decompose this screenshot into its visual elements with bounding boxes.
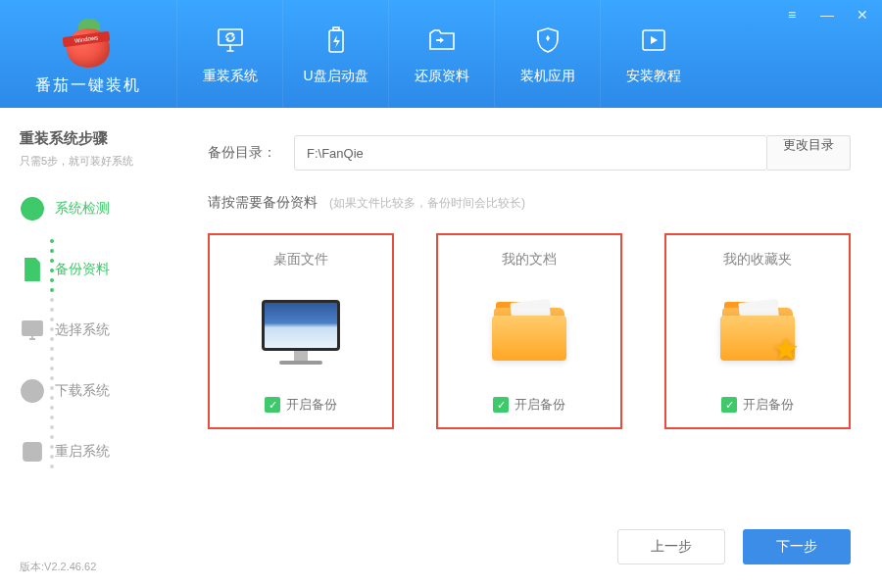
folder-star-graphic <box>720 269 795 396</box>
card-desktop-files[interactable]: 桌面文件 ✓ 开启备份 <box>208 233 394 429</box>
folder-back-icon <box>424 23 460 58</box>
restart-icon <box>20 439 45 465</box>
brand-title: 番茄一键装机 <box>35 75 141 96</box>
close-icon[interactable]: ✕ <box>851 6 874 24</box>
nav-label: 安装教程 <box>626 68 681 85</box>
backup-toggle[interactable]: ✓ 开启备份 <box>265 396 337 414</box>
checkbox-checked-icon: ✓ <box>721 397 737 413</box>
card-title: 桌面文件 <box>273 251 328 269</box>
prompt-hint: (如果文件比较多，备份时间会比较长) <box>329 196 525 210</box>
backup-path-input[interactable]: F:\FanQie <box>294 135 767 171</box>
nav-label: 装机应用 <box>520 68 575 85</box>
sidebar-subtitle: 只需5步，就可装好系统 <box>20 154 161 169</box>
nav-label: 重装系统 <box>203 68 258 85</box>
monitor-icon <box>20 318 45 343</box>
nav-restore[interactable]: 还原资料 <box>388 0 494 108</box>
body: 重装系统步骤 只需5步，就可装好系统 系统检测 <box>0 108 882 588</box>
nav-reinstall[interactable]: 重装系统 <box>176 0 282 108</box>
step-label: 选择系统 <box>55 321 110 339</box>
step-label: 重启系统 <box>55 443 110 461</box>
app-window: Windows 番茄一键装机 重装系统 U盘启动盘 还原资料 <box>0 0 882 588</box>
main-content: 备份目录： F:\FanQie 更改目录 请按需要备份资料 (如果文件比较多，备… <box>176 108 882 588</box>
prev-button[interactable]: 上一步 <box>617 529 725 564</box>
next-button[interactable]: 下一步 <box>743 529 851 564</box>
backup-cards: 桌面文件 ✓ 开启备份 我的文档 <box>208 233 851 429</box>
check-label: 开启备份 <box>286 396 337 414</box>
backup-toggle[interactable]: ✓ 开启备份 <box>721 396 794 414</box>
nav-usb-boot[interactable]: U盘启动盘 <box>282 0 388 108</box>
download-icon <box>20 378 45 404</box>
version-label: 版本:V2.2.46.62 <box>20 560 96 574</box>
step-backup[interactable]: 备份资料 <box>20 255 161 284</box>
step-label: 下载系统 <box>55 382 110 400</box>
header: Windows 番茄一键装机 重装系统 U盘启动盘 还原资料 <box>0 0 882 108</box>
steps-list: 系统检测 备份资料 选择系统 <box>20 194 161 466</box>
card-title: 我的收藏夹 <box>723 251 792 269</box>
nav-apps[interactable]: 装机应用 <box>494 0 600 108</box>
folder-graphic <box>492 269 566 396</box>
step-label: 系统检测 <box>55 200 110 218</box>
checkbox-checked-icon: ✓ <box>493 397 509 413</box>
backup-prompt: 请按需要备份资料 (如果文件比较多，备份时间会比较长) <box>208 194 851 212</box>
nav-label: 还原资料 <box>415 68 469 85</box>
menu-icon[interactable]: ≡ <box>780 6 804 24</box>
nav-tutorial[interactable]: 安装教程 <box>600 0 706 108</box>
svg-rect-2 <box>333 27 339 30</box>
card-favorites[interactable]: 我的收藏夹 ✓ 开启备份 <box>664 233 851 429</box>
card-my-documents[interactable]: 我的文档 ✓ 开启备份 <box>436 233 622 429</box>
backup-path-label: 备份目录： <box>208 144 276 162</box>
tomato-logo: Windows <box>65 21 112 68</box>
monitor-graphic <box>262 269 340 396</box>
sidebar-title: 重装系统步骤 <box>20 129 161 148</box>
nav-label: U盘启动盘 <box>303 68 368 85</box>
check-label: 开启备份 <box>514 396 565 414</box>
step-system-check[interactable]: 系统检测 <box>20 194 161 223</box>
step-label: 备份资料 <box>55 261 110 278</box>
play-icon <box>636 23 671 58</box>
step-download[interactable]: 下载系统 <box>20 376 161 406</box>
card-title: 我的文档 <box>502 251 557 269</box>
target-icon <box>20 196 45 221</box>
window-controls: ≡ — ✕ <box>780 6 874 24</box>
svg-point-5 <box>27 204 37 214</box>
backup-path-row: 备份目录： F:\FanQie 更改目录 <box>208 135 851 171</box>
document-icon <box>20 257 45 282</box>
battery-icon <box>318 23 354 58</box>
footer-buttons: 上一步 下一步 <box>617 529 851 564</box>
nav: 重装系统 U盘启动盘 还原资料 装机应用 <box>176 0 882 108</box>
check-label: 开启备份 <box>743 396 794 414</box>
monitor-refresh-icon <box>213 23 248 58</box>
minimize-icon[interactable]: — <box>815 6 839 24</box>
star-icon <box>771 335 801 365</box>
change-dir-button[interactable]: 更改目录 <box>767 135 851 171</box>
sidebar: 重装系统步骤 只需5步，就可装好系统 系统检测 <box>0 108 176 588</box>
step-select-system[interactable]: 选择系统 <box>20 316 161 345</box>
brand: Windows 番茄一键装机 <box>0 13 176 96</box>
shield-icon <box>530 23 565 58</box>
step-restart[interactable]: 重启系统 <box>20 437 161 466</box>
checkbox-checked-icon: ✓ <box>265 397 280 413</box>
svg-rect-0 <box>219 29 242 45</box>
prompt-text: 请按需要备份资料 <box>208 194 318 210</box>
svg-rect-6 <box>23 321 42 335</box>
backup-toggle[interactable]: ✓ 开启备份 <box>493 396 565 414</box>
